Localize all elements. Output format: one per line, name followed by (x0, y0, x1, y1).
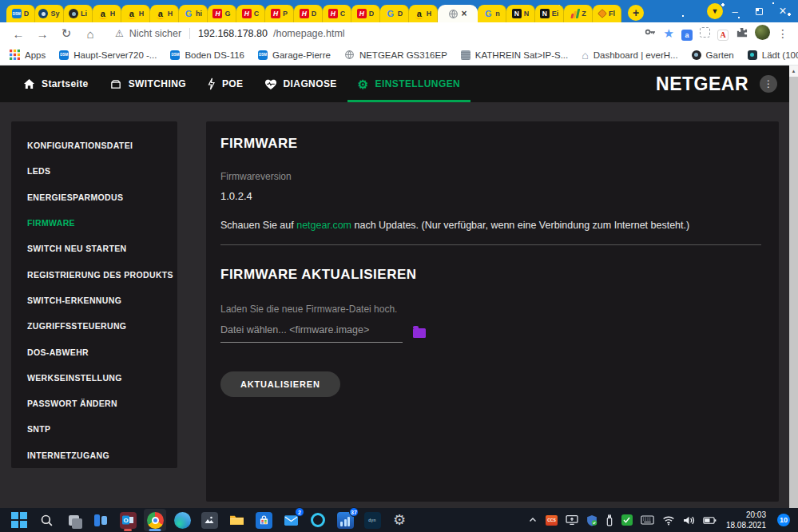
browser-tab[interactable]: HP (265, 5, 294, 22)
widgets[interactable] (89, 509, 112, 531)
browser-tab[interactable]: Li (64, 5, 93, 22)
translate-icon[interactable]: a (681, 26, 693, 41)
bookmark-item[interactable]: Garten (692, 50, 734, 60)
key-icon[interactable] (644, 26, 657, 42)
blue-bars-app[interactable]: 37 (334, 509, 356, 531)
browser-tab[interactable]: GD (380, 5, 409, 22)
sidebar-item-switch-neu-starten[interactable]: SWITCH NEU STARTEN (11, 236, 177, 261)
browser-tab[interactable]: HG (208, 5, 236, 22)
start-button[interactable] (8, 509, 30, 531)
browser-tab[interactable]: aH (409, 5, 438, 22)
page-scrollbar[interactable]: ▲ (789, 66, 798, 508)
green-check-app[interactable] (621, 514, 633, 526)
nav-item-einstellungen[interactable]: ⚙EINSTELLUNGEN (347, 66, 470, 102)
power-status[interactable] (703, 516, 717, 525)
usb-device[interactable] (605, 514, 613, 526)
update-firmware-button[interactable]: AKTUALISIEREN (220, 371, 340, 397)
windows-security[interactable] (586, 514, 598, 526)
bookmark-item[interactable]: DSMHaupt-Server720 -... (59, 50, 157, 60)
home-button[interactable]: ⌂ (80, 24, 101, 43)
tab-search-button[interactable]: ▼ (707, 3, 723, 19)
firmware-file-input[interactable]: Datei wählen... <firmware.image> (220, 324, 403, 343)
sidebar-item-konfigurationsdatei[interactable]: KONFIGURATIONSDATEI (11, 133, 177, 158)
browser-tab[interactable]: Z (564, 5, 593, 22)
microsoft-store[interactable] (252, 509, 275, 531)
bookmark-item[interactable]: KATHREIN Sat>IP-S... (461, 50, 568, 60)
folder-browse-icon[interactable] (413, 328, 426, 338)
minimize-button[interactable]: – (723, 2, 747, 21)
bookmark-item[interactable]: DSMBoden DS-116 (170, 50, 244, 60)
nav-item-diagnose[interactable]: DIAGNOSE (254, 66, 347, 102)
edge[interactable] (171, 509, 193, 531)
sidebar-item-leds[interactable]: LEDS (11, 158, 177, 184)
sidebar-item-internetzugang[interactable]: INTERNETZUGANG (11, 443, 177, 468)
cast-app[interactable] (566, 514, 578, 526)
nav-item-poe[interactable]: POE (197, 66, 254, 102)
sidebar-item-registrierung-des-produkts[interactable]: REGISTRIERUNG DES PRODUKTS (11, 261, 177, 287)
file-explorer[interactable] (225, 509, 248, 531)
close-tab-icon[interactable]: × (461, 9, 466, 18)
browser-tab[interactable]: Ghi (179, 5, 208, 22)
extensions-icon[interactable] (736, 26, 748, 42)
settings[interactable]: ⚙ (388, 509, 411, 531)
browser-tab[interactable]: aH (93, 5, 121, 22)
sidebar-item-energiesparmodus[interactable]: ENERGIESPARMODUS (11, 185, 177, 210)
browser-tab[interactable]: Gn (478, 5, 506, 22)
sidebar-item-passwort-ndern[interactable]: PASSWORT ÄNDERN (11, 391, 177, 416)
touch-keyboard[interactable] (641, 515, 654, 525)
nav-item-switching[interactable]: SWITCHING (99, 66, 197, 102)
wifi-status[interactable] (662, 515, 675, 526)
back-button[interactable]: ← (8, 24, 29, 43)
sidebar-item-dos-abwehr[interactable]: DOS-ABWEHR (11, 339, 177, 364)
browser-tab[interactable]: HC (236, 5, 265, 22)
chrome[interactable] (144, 509, 166, 531)
nav-item-startseite[interactable]: Startseite (13, 66, 99, 102)
screenshot-icon[interactable] (700, 26, 710, 41)
browser-tab[interactable]: NN (506, 5, 535, 22)
dark-tile-app[interactable]: dyn (361, 509, 383, 531)
taskbar-clock[interactable]: 20:03 18.08.2021 (726, 510, 766, 530)
alexa[interactable] (307, 509, 329, 531)
bookmark-item[interactable]: Lädt (100 %) - Rase... (748, 50, 798, 60)
notification-count-badge[interactable]: 10 (777, 514, 790, 526)
sidebar-item-firmware[interactable]: FIRMWARE (11, 210, 177, 236)
bookmark-item[interactable]: ⌂Dashboard | everH... (582, 49, 677, 62)
bookmark-star-icon[interactable]: ★ (664, 26, 674, 41)
browser-tab-active[interactable]: × (438, 5, 478, 22)
bookmark-item[interactable]: DSMGarage-Pierre (258, 50, 331, 60)
photos[interactable] (198, 509, 220, 531)
menu-icon[interactable]: ⋮ (777, 26, 788, 41)
nav-kebab-menu[interactable]: ⋮ (760, 75, 777, 93)
task-view[interactable] (62, 509, 85, 531)
ccs-app[interactable]: CCS (546, 515, 558, 526)
browser-tab[interactable]: aH (150, 5, 179, 22)
mail[interactable]: 2 (280, 509, 302, 531)
browser-tab[interactable]: Sy (35, 5, 64, 22)
address-bar[interactable]: ⚠ Nicht sicher 192.168.178.80/homepage.h… (104, 24, 641, 43)
browser-tab[interactable]: HD (351, 5, 380, 22)
browser-tab[interactable]: Fl (593, 5, 621, 22)
browser-tab[interactable]: aH (121, 5, 150, 22)
browser-tab[interactable]: DSMD (6, 5, 35, 22)
restore-button[interactable] (747, 2, 771, 21)
browser-tab[interactable]: NEi (535, 5, 564, 22)
sidebar-item-werkseinstellung[interactable]: WERKSEINSTELLUNG (11, 365, 177, 391)
not-secure-warning-icon[interactable]: ⚠ (115, 28, 124, 39)
sidebar-item-zugriffssteuerung[interactable]: ZUGRIFFSSTEUERUNG (11, 313, 177, 339)
close-window-button[interactable]: × (771, 2, 795, 21)
bookmark-item[interactable]: Apps (10, 50, 46, 60)
sidebar-item-sntp[interactable]: SNTP (11, 416, 177, 442)
outlook[interactable]: O (117, 509, 139, 531)
tray-overflow[interactable] (528, 515, 538, 525)
browser-tab[interactable]: HC (323, 5, 351, 22)
reload-button[interactable]: ↻ (56, 24, 77, 43)
password-a-icon[interactable]: A (717, 26, 729, 41)
browser-tab[interactable]: HD (294, 5, 323, 22)
sidebar-item-switch-erkennung[interactable]: SWITCH-ERKENNUNG (11, 288, 177, 313)
scrollbar-up-arrow[interactable]: ▲ (789, 66, 798, 77)
bookmark-item[interactable]: NETGEAR GS316EP (344, 50, 447, 60)
profile-avatar[interactable] (755, 25, 770, 43)
forward-button[interactable]: → (32, 24, 53, 43)
taskbar-search[interactable] (35, 509, 58, 531)
netgear-com-link[interactable]: netgear.com (296, 220, 351, 231)
